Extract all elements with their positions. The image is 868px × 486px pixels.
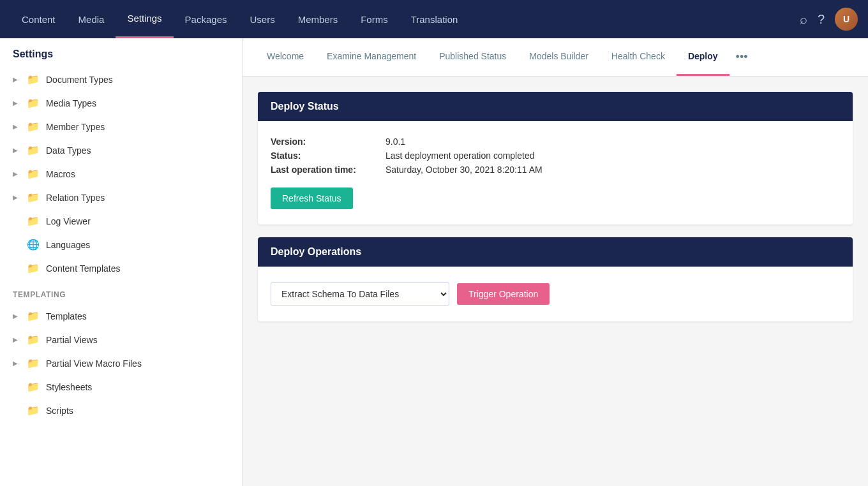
sidebar-item-label: Partial Views [46, 335, 98, 345]
deploy-status-body: Version: 9.0.1 Status: Last deployment o… [258, 121, 853, 225]
avatar[interactable]: U [835, 8, 858, 31]
tab-welcome[interactable]: Welcome [255, 38, 315, 76]
chevron-icon: ▶ [13, 76, 20, 83]
sidebar-item-content-templates[interactable]: 📁Content Templates [0, 256, 242, 280]
nav-item-media[interactable]: Media [67, 0, 116, 38]
sidebar-item-log-viewer[interactable]: 📁Log Viewer [0, 209, 242, 233]
folder-icon: 📁 [27, 121, 40, 133]
folder-icon: 📁 [27, 97, 40, 109]
status-value: Last deployment operation completed [385, 151, 840, 161]
operations-row: Extract Schema To Data FilesDeploy Schem… [271, 282, 840, 306]
sidebar-item-label: Partial View Macro Files [46, 358, 142, 369]
trigger-operation-button[interactable]: Trigger Operation [457, 283, 550, 305]
nav-item-translation[interactable]: Translation [400, 0, 470, 38]
tab-examine-management[interactable]: Examine Management [315, 38, 428, 76]
sidebar-item-label: Languages [46, 240, 90, 250]
folder-icon: 📁 [27, 404, 40, 416]
chevron-icon: ▶ [13, 313, 20, 320]
sidebar-item-data-types[interactable]: ▶📁Data Types [0, 138, 242, 162]
sidebar-item-label: Templates [46, 311, 87, 321]
folder-icon: 📁 [27, 191, 40, 203]
sidebar-item-relation-types[interactable]: ▶📁Relation Types [0, 186, 242, 209]
nav-item-users[interactable]: Users [238, 0, 286, 38]
operation-select[interactable]: Extract Schema To Data FilesDeploy Schem… [271, 282, 449, 306]
help-icon[interactable]: ? [818, 12, 825, 27]
tabs-container: WelcomeExamine ManagementPublished Statu… [255, 38, 730, 76]
status-grid: Version: 9.0.1 Status: Last deployment o… [271, 136, 840, 175]
globe-icon: 🌐 [27, 239, 40, 251]
main-content: WelcomeExamine ManagementPublished Statu… [243, 38, 868, 486]
chevron-icon: ▶ [13, 170, 20, 177]
sidebar-item-label: Member Types [46, 122, 105, 132]
deploy-status-header: Deploy Status [258, 92, 853, 121]
tabs-bar: WelcomeExamine ManagementPublished Statu… [243, 38, 868, 77]
last-op-label: Last operation time: [271, 165, 385, 175]
sidebar-item-templates[interactable]: ▶📁Templates [0, 304, 242, 328]
chevron-icon: ▶ [13, 147, 20, 154]
top-navigation: ContentMediaSettingsPackagesUsersMembers… [0, 0, 868, 38]
search-icon[interactable]: ⌕ [800, 12, 807, 27]
version-value: 9.0.1 [385, 136, 840, 147]
folder-icon: 📁 [27, 73, 40, 85]
sidebar: Settings ▶📁Document Types▶📁Media Types▶📁… [0, 38, 243, 486]
status-label: Status: [271, 151, 385, 161]
sidebar-item-partial-views[interactable]: ▶📁Partial Views [0, 328, 242, 351]
folder-icon: 📁 [27, 144, 40, 156]
chevron-icon: ▶ [13, 123, 20, 130]
sidebar-item-member-types[interactable]: ▶📁Member Types [0, 115, 242, 138]
sidebar-item-macros[interactable]: ▶📁Macros [0, 162, 242, 186]
sidebar-item-label: Document Types [46, 75, 113, 85]
deploy-operations-body: Extract Schema To Data FilesDeploy Schem… [258, 267, 853, 321]
refresh-status-button[interactable]: Refresh Status [271, 188, 353, 209]
chevron-icon: ▶ [13, 360, 20, 367]
tab-models-builder[interactable]: Models Builder [518, 38, 600, 76]
folder-icon: 📁 [27, 262, 40, 274]
sidebar-item-stylesheets[interactable]: 📁Stylesheets [0, 375, 242, 399]
sidebar-item-label: Macros [46, 169, 75, 179]
deploy-status-card: Deploy Status Version: 9.0.1 Status: Las… [258, 92, 853, 225]
sidebar-item-label: Data Types [46, 145, 91, 156]
nav-item-members[interactable]: Members [287, 0, 350, 38]
nav-items: ContentMediaSettingsPackagesUsersMembers… [10, 0, 800, 38]
sidebar-item-scripts[interactable]: 📁Scripts [0, 399, 242, 422]
folder-icon: 📁 [27, 357, 40, 369]
last-op-value: Saturday, October 30, 2021 8:20:11 AM [385, 165, 840, 175]
sidebar-item-media-types[interactable]: ▶📁Media Types [0, 91, 242, 115]
tab-published-status[interactable]: Published Status [428, 38, 518, 76]
chevron-icon: ▶ [13, 99, 20, 107]
sidebar-item-label: Scripts [46, 406, 73, 416]
sidebar-item-label: Media Types [46, 98, 96, 108]
sidebar-settings-items: ▶📁Document Types▶📁Media Types▶📁Member Ty… [0, 68, 242, 280]
chevron-icon: ▶ [13, 194, 20, 201]
nav-item-forms[interactable]: Forms [349, 0, 400, 38]
main-layout: Settings ▶📁Document Types▶📁Media Types▶📁… [0, 38, 868, 486]
tabs-more-button[interactable]: ••• [730, 38, 754, 76]
tab-deploy[interactable]: Deploy [677, 38, 730, 76]
tab-health-check[interactable]: Health Check [600, 38, 677, 76]
folder-icon: 📁 [27, 381, 40, 393]
sidebar-item-label: Log Viewer [46, 216, 91, 226]
sidebar-title: Settings [0, 48, 242, 68]
sidebar-item-label: Content Templates [46, 263, 120, 274]
nav-item-content[interactable]: Content [10, 0, 67, 38]
deploy-operations-header: Deploy Operations [258, 237, 853, 267]
sidebar-templating-items: ▶📁Templates▶📁Partial Views▶📁Partial View… [0, 304, 242, 422]
sidebar-item-label: Stylesheets [46, 382, 92, 392]
content-area: Deploy Status Version: 9.0.1 Status: Las… [243, 77, 868, 486]
deploy-operations-card: Deploy Operations Extract Schema To Data… [258, 237, 853, 321]
chevron-icon: ▶ [13, 336, 20, 343]
folder-icon: 📁 [27, 310, 40, 322]
nav-right: ⌕ ? U [800, 8, 858, 31]
sidebar-item-label: Relation Types [46, 193, 105, 203]
sidebar-item-languages[interactable]: 🌐Languages [0, 233, 242, 256]
nav-item-packages[interactable]: Packages [174, 0, 239, 38]
folder-icon: 📁 [27, 334, 40, 346]
folder-icon: 📁 [27, 215, 40, 227]
templating-section-title: Templating [0, 280, 242, 304]
folder-icon: 📁 [27, 168, 40, 180]
sidebar-item-partial-view-macro-files[interactable]: ▶📁Partial View Macro Files [0, 351, 242, 375]
nav-item-settings[interactable]: Settings [116, 0, 173, 38]
sidebar-item-document-types[interactable]: ▶📁Document Types [0, 68, 242, 91]
version-label: Version: [271, 136, 385, 147]
